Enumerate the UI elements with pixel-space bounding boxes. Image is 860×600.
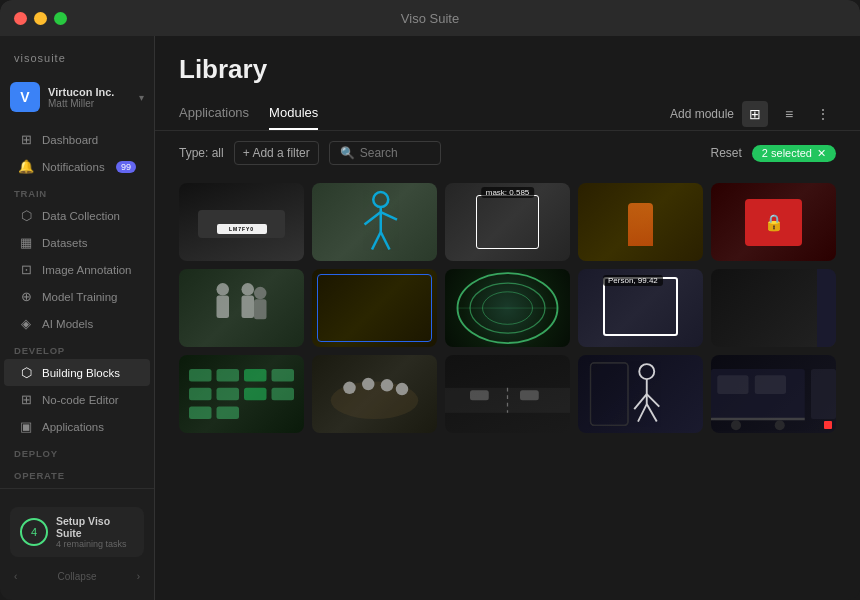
grid-view-button[interactable]: ⊞ [742, 101, 768, 127]
window-title: Viso Suite [401, 11, 459, 26]
sidebar-item-label: Applications [42, 421, 104, 433]
grid-item-3[interactable]: mask: 0.585 [445, 183, 570, 261]
type-filter-label: Type: all [179, 146, 224, 160]
sidebar-item-label: Image Annotation [42, 264, 132, 276]
sidebar-item-applications[interactable]: ▣ Applications [4, 413, 150, 440]
tabs-bar: Applications Modules Add module ⊞ ≡ ⋮ [155, 97, 860, 131]
grid-item-5[interactable]: 🔒 [711, 183, 836, 261]
sidebar-logo: visosuite [0, 48, 154, 76]
tab-modules[interactable]: Modules [269, 97, 318, 130]
train-svg [711, 355, 836, 433]
svg-rect-22 [272, 369, 295, 382]
logo-text: visosuite [14, 52, 66, 64]
grid-item-12[interactable] [312, 355, 437, 433]
building-blocks-icon: ⬡ [18, 365, 34, 380]
window-controls [14, 12, 67, 25]
section-label-train: TRAIN [0, 180, 154, 202]
sidebar-item-label: No-code Editor [42, 394, 119, 406]
svg-point-28 [362, 378, 375, 391]
person-label: Person, 99.42 [603, 275, 663, 286]
grid-item-10[interactable] [711, 269, 836, 347]
svg-line-38 [647, 394, 660, 407]
svg-rect-33 [470, 391, 489, 401]
avatar: V [10, 82, 40, 112]
svg-line-5 [381, 232, 390, 250]
add-module-button[interactable]: Add module [670, 107, 734, 121]
sidebar-item-dashboard[interactable]: ⊞ Dashboard [4, 126, 150, 153]
data-collection-icon: ⬡ [18, 208, 34, 223]
grid-item-7[interactable] [312, 269, 437, 347]
grid-item-2[interactable] [312, 183, 437, 261]
add-filter-button[interactable]: + Add a filter [234, 141, 319, 165]
svg-line-2 [365, 212, 381, 225]
svg-rect-21 [244, 388, 267, 401]
sidebar-item-data-collection[interactable]: ⬡ Data Collection [4, 202, 150, 229]
sign-shape: 🔒 [745, 199, 801, 246]
main-content: Library Applications Modules Add module … [155, 36, 860, 600]
grid-item-15[interactable] [711, 355, 836, 433]
collapse-bar[interactable]: ‹ Collapse › [0, 565, 154, 588]
sign-icon-container: 🔒 [711, 183, 836, 261]
grid-item-11[interactable] [179, 355, 304, 433]
sidebar-item-ai-models[interactable]: ◈ AI Models [4, 310, 150, 337]
sidebar-item-label: AI Models [42, 318, 93, 330]
ellipsis-icon: ⋮ [816, 106, 830, 122]
list-view-button[interactable]: ≡ [776, 101, 802, 127]
svg-line-39 [638, 404, 647, 422]
person-walk-svg [578, 355, 703, 433]
grid-item-9[interactable]: Person, 99.42 [578, 269, 703, 347]
grid-item-4[interactable] [578, 183, 703, 261]
partial-right-panel [817, 269, 836, 347]
selected-count: 2 selected [762, 147, 812, 159]
sidebar-item-building-blocks[interactable]: ⬡ Building Blocks [4, 359, 150, 386]
svg-point-8 [242, 283, 255, 296]
collapse-label: Collapse [58, 571, 97, 582]
grid-item-6[interactable] [179, 269, 304, 347]
grid-icon: ⊞ [749, 106, 761, 122]
sidebar-item-model-training[interactable]: ⊕ Model Training [4, 283, 150, 310]
grid-item-14[interactable] [578, 355, 703, 433]
svg-point-46 [731, 421, 741, 431]
tab-applications[interactable]: Applications [179, 97, 249, 130]
sidebar-item-label: Model Training [42, 291, 117, 303]
applications-icon: ▣ [18, 419, 34, 434]
titlebar: Viso Suite [0, 0, 860, 36]
svg-point-30 [396, 383, 409, 396]
sidebar-item-notifications[interactable]: 🔔 Notifications 99 [4, 153, 150, 180]
setup-card[interactable]: 4 Setup Viso Suite 4 remaining tasks [10, 507, 144, 557]
grid-item-13[interactable] [445, 355, 570, 433]
sidebar-item-datasets[interactable]: ▦ Datasets [4, 229, 150, 256]
worker-vest [628, 203, 653, 246]
close-button[interactable] [14, 12, 27, 25]
tunnel-svg [445, 269, 570, 347]
alert-indicator [824, 421, 832, 429]
tabs: Applications Modules [179, 97, 318, 130]
section-label-develop: DEVELOP [0, 337, 154, 359]
main-header: Library [155, 36, 860, 97]
maximize-button[interactable] [54, 12, 67, 25]
search-icon: 🔍 [340, 146, 355, 160]
svg-rect-16 [189, 369, 212, 382]
minimize-button[interactable] [34, 12, 47, 25]
grid-container: LM7FY0 mask: 0.585 [155, 175, 860, 600]
more-options-button[interactable]: ⋮ [810, 101, 836, 127]
selected-close-icon[interactable]: ✕ [817, 147, 826, 160]
editor-icon: ⊞ [18, 392, 34, 407]
svg-rect-19 [217, 388, 240, 401]
account-section[interactable]: V Virtucon Inc. Matt Miller ▾ [0, 76, 154, 126]
reset-button[interactable]: Reset [710, 146, 741, 160]
sidebar-item-image-annotation[interactable]: ⊡ Image Annotation [4, 256, 150, 283]
svg-point-27 [343, 382, 356, 395]
highway-svg [445, 355, 570, 433]
grid-item-8[interactable] [445, 269, 570, 347]
search-bar[interactable]: 🔍 [329, 141, 441, 165]
datasets-icon: ▦ [18, 235, 34, 250]
svg-line-3 [381, 212, 397, 220]
sidebar-item-no-code-editor[interactable]: ⊞ No-code Editor [4, 386, 150, 413]
skeleton-svg [312, 183, 437, 261]
search-input[interactable] [360, 146, 430, 160]
grid-item-1[interactable]: LM7FY0 [179, 183, 304, 261]
svg-rect-18 [189, 388, 212, 401]
add-filter-label: + Add a filter [243, 146, 310, 160]
training-icon: ⊕ [18, 289, 34, 304]
